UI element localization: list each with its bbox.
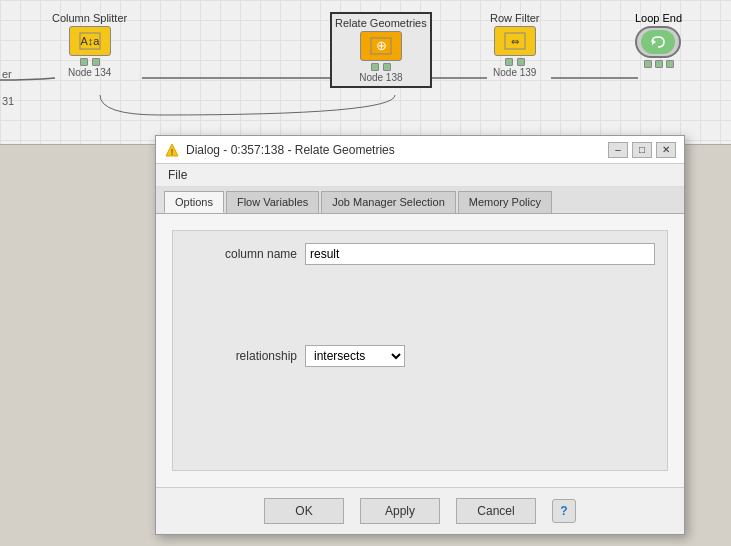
relationship-label: relationship <box>185 349 305 363</box>
node-column-splitter-ports <box>80 58 100 66</box>
relationship-select[interactable]: intersects contains within overlaps cros… <box>305 345 405 367</box>
close-button[interactable]: ✕ <box>656 142 676 158</box>
port <box>383 63 391 71</box>
node-row-filter[interactable]: Row Filter ⇔ Node 139 <box>490 12 540 78</box>
tab-options[interactable]: Options <box>164 191 224 213</box>
node-column-splitter-box[interactable]: A↕a <box>69 26 111 56</box>
dialog-title-icon: ! <box>164 142 180 158</box>
menu-file[interactable]: File <box>164 166 191 184</box>
port <box>666 60 674 68</box>
node-row-filter-id: Node 139 <box>493 67 536 78</box>
cancel-button[interactable]: Cancel <box>456 498 536 524</box>
port <box>655 60 663 68</box>
node-relate-geo[interactable]: Relate Geometries ⊕ Node 138 <box>330 12 432 88</box>
dialog-buttons: OK Apply Cancel ? <box>156 487 684 534</box>
tabs-container: Options Flow Variables Job Manager Selec… <box>156 187 684 214</box>
port <box>80 58 88 66</box>
svg-marker-9 <box>652 39 656 45</box>
dialog-title-text: Dialog - 0:357:138 - Relate Geometries <box>186 143 608 157</box>
canvas-area: Column Splitter A↕a Node 134 Relate Geom… <box>0 0 731 145</box>
tab-job-manager[interactable]: Job Manager Selection <box>321 191 456 213</box>
port <box>92 58 100 66</box>
column-name-input[interactable] <box>305 243 655 265</box>
node-row-filter-ports <box>505 58 525 66</box>
node-row-filter-box[interactable]: ⇔ <box>494 26 536 56</box>
column-name-row: column name <box>185 243 655 265</box>
node-relate-geo-ports <box>371 63 391 71</box>
node-loop-end-label: Loop End <box>635 12 682 24</box>
node-column-splitter[interactable]: Column Splitter A↕a Node 134 <box>52 12 127 78</box>
node-relate-geo-id: Node 138 <box>359 72 402 83</box>
minimize-button[interactable]: – <box>608 142 628 158</box>
svg-text:!: ! <box>171 147 174 157</box>
dialog-menubar: File <box>156 164 684 187</box>
apply-button[interactable]: Apply <box>360 498 440 524</box>
dialog-controls: – □ ✕ <box>608 142 676 158</box>
maximize-button[interactable]: □ <box>632 142 652 158</box>
node-relate-geo-box[interactable]: ⊕ <box>360 31 402 61</box>
options-panel: column name relationship intersects cont… <box>172 230 668 471</box>
node-loop-end[interactable]: Loop End <box>635 12 682 68</box>
ok-button[interactable]: OK <box>264 498 344 524</box>
port <box>517 58 525 66</box>
svg-text:A↕a: A↕a <box>80 35 100 47</box>
help-button[interactable]: ? <box>552 499 576 523</box>
dialog-window: ! Dialog - 0:357:138 - Relate Geometries… <box>155 135 685 535</box>
dialog-titlebar: ! Dialog - 0:357:138 - Relate Geometries… <box>156 136 684 164</box>
port <box>371 63 379 71</box>
svg-text:⇔: ⇔ <box>511 36 519 47</box>
relationship-row: relationship intersects contains within … <box>185 345 655 367</box>
node-relate-geo-label: Relate Geometries <box>335 17 427 29</box>
dialog-content: column name relationship intersects cont… <box>156 214 684 487</box>
tab-flow-variables[interactable]: Flow Variables <box>226 191 319 213</box>
side-label-31: 31 <box>2 95 14 107</box>
port <box>505 58 513 66</box>
tab-memory-policy[interactable]: Memory Policy <box>458 191 552 213</box>
port <box>644 60 652 68</box>
column-name-label: column name <box>185 247 305 261</box>
node-row-filter-label: Row Filter <box>490 12 540 24</box>
node-column-splitter-label: Column Splitter <box>52 12 127 24</box>
node-column-splitter-id: Node 134 <box>68 67 111 78</box>
side-label-er: er <box>2 68 12 80</box>
svg-text:⊕: ⊕ <box>375 38 386 53</box>
